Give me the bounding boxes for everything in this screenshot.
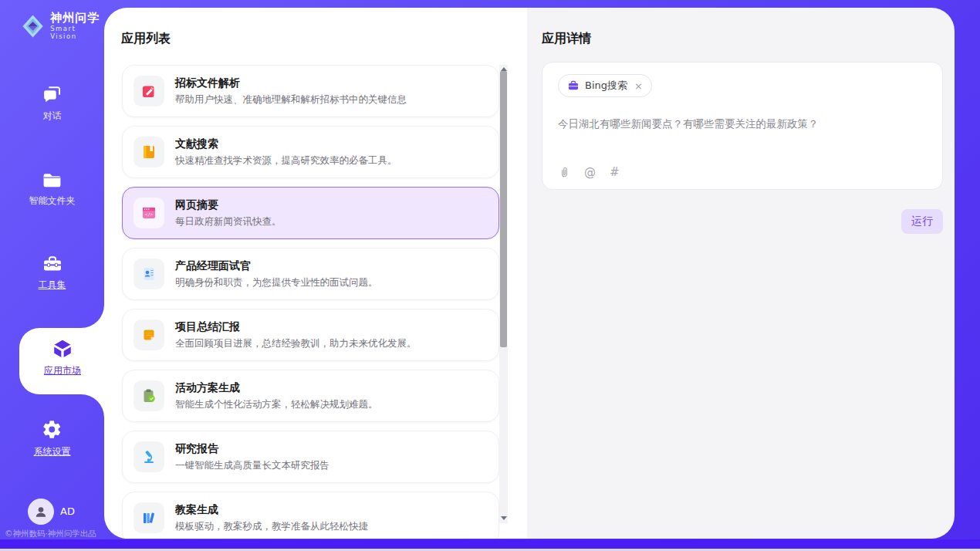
folder-icon [42, 171, 63, 189]
app-card-desc: 帮助用户快速、准确地理解和解析招标书中的关键信息 [175, 93, 407, 106]
app-card-lesson-plan[interactable]: 教案生成 模板驱动，教案秒成，教学准备从此轻松快捷 [122, 492, 499, 539]
app-detail-title: 应用详情 [542, 31, 591, 47]
app-cards: 招标文件解析 帮助用户快速、准确地理解和解析招标书中的关键信息 文献搜索 快速精… [122, 65, 499, 539]
sidebar-item-label: 应用市场 [44, 365, 81, 376]
app-icon-tile [133, 319, 164, 350]
user-icon [33, 504, 49, 519]
app-icon-tile [133, 76, 164, 106]
chat-icon [42, 85, 63, 104]
bottom-taskbar-strip [0, 539, 980, 549]
brand-name: 神州问学 [50, 12, 104, 25]
app-icon-tile [133, 441, 164, 472]
app-card-title: 项目总结汇报 [175, 320, 417, 334]
note-icon [140, 326, 157, 343]
brand-tagline: Smart Vision [50, 25, 104, 40]
sidebar-item-toolset[interactable]: 工具集 [0, 254, 104, 292]
mention-at-icon[interactable]: @ [584, 167, 596, 178]
app-detail-panel: 应用详情 Bing搜索 × 今日湖北有哪些新闻要点？有哪些需要关注的最新政策？ … [527, 8, 955, 539]
sidebar-item-label: 对话 [43, 110, 62, 121]
app-card-web-summary[interactable]: </> 网页摘要 每日政府新闻资讯快查。 [122, 187, 499, 239]
edit-document-icon [140, 83, 157, 100]
tool-chip-label: Bing搜索 [585, 79, 627, 93]
sidebar-item-label: 工具集 [39, 279, 66, 290]
app-card-title: 招标文件解析 [175, 76, 407, 90]
attachment-toolbar: @ # [559, 166, 620, 179]
sidebar-item-chat[interactable]: 对话 [0, 85, 104, 123]
app-card-title: 教案生成 [175, 503, 368, 517]
brand-logo: 神州问学 Smart Vision [22, 12, 104, 40]
query-text-input[interactable]: 今日湖北有哪些新闻要点？有哪些需要关注的最新政策？ [558, 116, 927, 131]
app-card-desc: 智能生成个性化活动方案，轻松解决规划难题。 [175, 398, 378, 411]
sidebar-item-smart-folders[interactable]: 智能文件夹 [0, 171, 104, 208]
book-icon [140, 144, 157, 161]
app-card-event-plan[interactable]: 活动方案生成 智能生成个性化活动方案，轻松解决规划难题。 [122, 370, 499, 422]
user-initials: AD [60, 505, 75, 517]
microscope-icon [140, 448, 157, 465]
sidebar-item-label: 智能文件夹 [29, 195, 76, 206]
diamond-logo-icon [22, 13, 44, 39]
interview-document-icon [140, 265, 157, 282]
gear-icon [42, 419, 63, 440]
hash-tag-icon[interactable]: # [610, 167, 620, 178]
app-icon-tile [133, 137, 164, 167]
books-icon [140, 509, 157, 526]
app-card-desc: 一键智能生成高质量长文本研究报告 [175, 459, 329, 472]
app-card-desc: 全面回顾项目进展，总结经验教训，助力未来优化发展。 [175, 337, 417, 350]
app-card-desc: 每日政府新闻资讯快查。 [175, 215, 282, 228]
sidebar-item-settings[interactable]: 系统设置 [0, 419, 104, 458]
sidebar-item-app-market[interactable]: 应用市场 [19, 328, 106, 394]
app-list-title: 应用列表 [121, 31, 171, 47]
scroll-down-icon[interactable] [501, 516, 507, 520]
toolbox-icon [42, 254, 63, 273]
app-card-title: 网页摘要 [175, 198, 282, 212]
app-card-desc: 明确身份和职责，为您提供专业性的面试问题。 [175, 276, 378, 289]
app-card-desc: 快速精准查找学术资源，提高研究效率的必备工具。 [175, 154, 397, 167]
app-card-pm-interviewer[interactable]: 产品经理面试官 明确身份和职责，为您提供专业性的面试问题。 [122, 248, 499, 300]
app-card-title: 研究报告 [175, 442, 329, 456]
app-card-title: 产品经理面试官 [175, 259, 378, 273]
app-card-project-summary[interactable]: 项目总结汇报 全面回顾项目进展，总结经验教训，助力未来优化发展。 [122, 309, 499, 361]
copyright-footer: ©神州数码·神州问学出品 [0, 529, 123, 539]
app-card-literature-search[interactable]: 文献搜索 快速精准查找学术资源，提高研究效率的必备工具。 [122, 126, 499, 178]
clipboard-check-icon [140, 387, 157, 404]
prompt-input-card: Bing搜索 × 今日湖北有哪些新闻要点？有哪些需要关注的最新政策？ @ # [542, 62, 943, 190]
paperclip-icon[interactable] [559, 166, 570, 179]
briefcase-icon [567, 79, 580, 92]
cube-icon [52, 337, 73, 360]
browser-code-icon: </> [140, 205, 157, 221]
sidebar: 神州问学 Smart Vision 对话 智能文件夹 工具集 [0, 0, 104, 539]
app-icon-tile: </> [133, 198, 164, 228]
app-list-panel: 应用列表 招标文件解析 帮助用户快速、准确地理解和解析招标书中的关键信息 [104, 8, 527, 539]
app-card-bid-parse[interactable]: 招标文件解析 帮助用户快速、准确地理解和解析招标书中的关键信息 [122, 65, 499, 117]
app-card-title: 活动方案生成 [175, 381, 378, 395]
scrollbar-thumb[interactable] [500, 71, 507, 347]
app-card-research-report[interactable]: 研究报告 一键智能生成高质量长文本研究报告 [122, 431, 499, 483]
app-icon-tile [133, 502, 164, 533]
app-icon-tile [133, 259, 164, 289]
run-button[interactable]: 运行 [901, 209, 943, 234]
scroll-up-icon[interactable] [501, 67, 507, 71]
sidebar-item-label: 系统设置 [34, 446, 71, 457]
close-icon[interactable]: × [634, 80, 643, 92]
app-card-desc: 模板驱动，教案秒成，教学准备从此轻松快捷 [175, 520, 368, 533]
tool-chip-bing-search[interactable]: Bing搜索 × [558, 74, 652, 97]
svg-text:</>: </> [145, 211, 154, 217]
app-icon-tile [133, 380, 164, 411]
app-card-title: 文献搜索 [175, 137, 397, 151]
avatar[interactable] [28, 499, 54, 525]
